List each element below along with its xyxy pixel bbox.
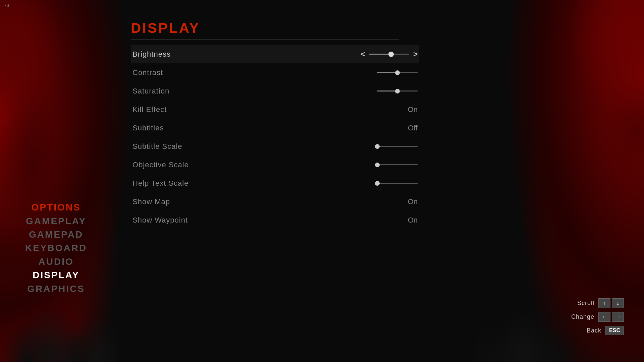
setting-control-contrast xyxy=(377,72,418,73)
setting-control-objective-scale xyxy=(377,164,418,165)
slider-track-brightness[interactable] xyxy=(369,54,409,55)
scroll-control-row: Scroll ↑ ↓ xyxy=(577,298,624,308)
scroll-keys: ↑ ↓ xyxy=(598,298,624,308)
setting-label-subtitles: Subtitles xyxy=(132,124,164,132)
nav-item-display[interactable]: DISPLAY xyxy=(33,269,79,281)
bg-trees-left xyxy=(0,295,117,362)
page-title: DISPLAY xyxy=(131,20,419,36)
nav-item-gamepad[interactable]: GAMEPAD xyxy=(29,229,83,241)
setting-label-saturation: Saturation xyxy=(132,87,169,96)
setting-row-help-text-scale[interactable]: Help Text Scale xyxy=(131,174,419,192)
toggle-value-show-waypoint: On xyxy=(401,216,418,225)
setting-control-subtitles: Off xyxy=(401,124,418,132)
title-divider xyxy=(131,40,399,40)
back-label: Back xyxy=(587,327,601,334)
sidebar-nav: OPTIONSGAMEPLAYGAMEPADKEYBOARDAUDIODISPL… xyxy=(25,201,87,295)
slider-track-objective-scale[interactable] xyxy=(377,164,418,165)
setting-control-saturation xyxy=(377,90,418,92)
nav-item-audio[interactable]: AUDIO xyxy=(39,256,74,268)
slider-thumb-help-text-scale[interactable] xyxy=(375,181,380,186)
setting-control-show-waypoint: On xyxy=(401,216,418,225)
slider-right-arrow-brightness[interactable]: > xyxy=(413,50,418,59)
setting-label-subtitle-scale: Subtitle Scale xyxy=(132,142,182,151)
slider-container-contrast xyxy=(377,72,418,73)
toggle-value-subtitles: Off xyxy=(401,124,418,132)
change-keys: ← → xyxy=(598,312,624,322)
toggle-value-kill-effect: On xyxy=(401,105,418,114)
scroll-label: Scroll xyxy=(577,300,594,307)
change-right-key[interactable]: → xyxy=(612,312,624,322)
setting-label-kill-effect: Kill Effect xyxy=(132,105,167,114)
nav-item-options[interactable]: OPTIONS xyxy=(32,201,81,214)
setting-row-saturation[interactable]: Saturation xyxy=(131,82,419,100)
slider-container-objective-scale xyxy=(377,164,418,165)
slider-fill-brightness xyxy=(369,54,391,55)
slider-left-arrow-brightness[interactable]: < xyxy=(361,50,365,59)
setting-row-subtitles[interactable]: SubtitlesOff xyxy=(131,119,419,137)
slider-thumb-objective-scale[interactable] xyxy=(375,163,380,167)
setting-label-objective-scale: Objective Scale xyxy=(132,161,189,169)
setting-row-show-waypoint[interactable]: Show WaypointOn xyxy=(131,211,419,229)
setting-control-brightness: <> xyxy=(361,50,418,59)
setting-control-subtitle-scale xyxy=(377,146,418,147)
setting-row-kill-effect[interactable]: Kill EffectOn xyxy=(131,100,419,119)
slider-fill-saturation xyxy=(377,90,397,92)
back-key[interactable]: ESC xyxy=(605,326,624,335)
slider-thumb-brightness[interactable] xyxy=(388,52,394,57)
setting-label-show-waypoint: Show Waypoint xyxy=(132,216,188,225)
setting-control-kill-effect: On xyxy=(401,105,418,114)
scroll-up-key[interactable]: ↑ xyxy=(598,298,610,308)
slider-container-saturation xyxy=(377,90,418,92)
controls-legend: Scroll ↑ ↓ Change ← → Back ESC xyxy=(571,298,624,335)
settings-list: Brightness<>ContrastSaturationKill Effec… xyxy=(131,45,419,229)
toggle-value-show-map: On xyxy=(401,197,418,206)
fps-counter: 73 xyxy=(4,3,9,8)
setting-label-contrast: Contrast xyxy=(132,68,163,77)
main-content: DISPLAY Brightness<>ContrastSaturationKi… xyxy=(131,20,419,229)
change-label: Change xyxy=(571,313,594,320)
nav-item-keyboard[interactable]: KEYBOARD xyxy=(25,242,87,254)
back-control-row: Back ESC xyxy=(587,326,624,335)
change-control-row: Change ← → xyxy=(571,312,624,322)
setting-row-brightness[interactable]: Brightness<> xyxy=(131,45,419,63)
setting-row-subtitle-scale[interactable]: Subtitle Scale xyxy=(131,137,419,156)
slider-track-help-text-scale[interactable] xyxy=(377,183,418,184)
setting-row-contrast[interactable]: Contrast xyxy=(131,63,419,82)
bg-trees-right xyxy=(476,302,577,362)
slider-track-subtitle-scale[interactable] xyxy=(377,146,418,147)
slider-container-subtitle-scale xyxy=(377,146,418,147)
setting-row-objective-scale[interactable]: Objective Scale xyxy=(131,156,419,174)
setting-control-show-map: On xyxy=(401,197,418,206)
slider-track-contrast[interactable] xyxy=(377,72,418,73)
slider-thumb-subtitle-scale[interactable] xyxy=(375,144,380,149)
slider-track-saturation[interactable] xyxy=(377,90,418,92)
setting-label-show-map: Show Map xyxy=(132,197,170,206)
slider-fill-contrast xyxy=(377,72,397,73)
slider-container-brightness: <> xyxy=(361,50,418,59)
nav-item-gameplay[interactable]: GAMEPLAY xyxy=(26,215,86,227)
setting-label-help-text-scale: Help Text Scale xyxy=(132,179,189,188)
nav-item-graphics[interactable]: GRAPHICS xyxy=(27,283,85,295)
change-left-key[interactable]: ← xyxy=(598,312,610,322)
slider-container-help-text-scale xyxy=(377,183,418,184)
setting-label-brightness: Brightness xyxy=(132,50,171,59)
slider-thumb-saturation[interactable] xyxy=(395,89,400,94)
slider-thumb-contrast[interactable] xyxy=(395,70,400,75)
setting-control-help-text-scale xyxy=(377,183,418,184)
scroll-down-key[interactable]: ↓ xyxy=(612,298,624,308)
setting-row-show-map[interactable]: Show MapOn xyxy=(131,192,419,211)
